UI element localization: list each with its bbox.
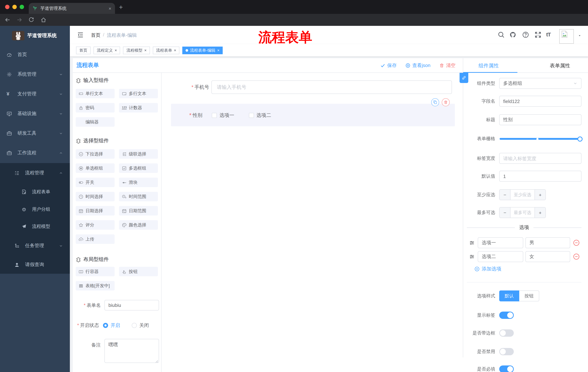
tab-close-icon[interactable]: × bbox=[109, 6, 111, 11]
stepper-minus-button[interactable]: − bbox=[500, 207, 511, 218]
min-select-input[interactable] bbox=[511, 190, 535, 200]
component-multi-text[interactable]: 多行文本 bbox=[119, 89, 158, 98]
component-type-select[interactable]: 多选框组 bbox=[499, 78, 581, 89]
required-toggle[interactable] bbox=[499, 365, 514, 372]
tag-process-definition[interactable]: 流程定义× bbox=[94, 46, 120, 54]
option1-value-input[interactable] bbox=[525, 237, 570, 248]
component-color-picker[interactable]: 颜色选择 bbox=[119, 220, 158, 230]
status-off-label[interactable]: 关闭 bbox=[139, 322, 149, 329]
stepper-plus-button[interactable]: + bbox=[535, 190, 546, 200]
sidebar-item-process-form[interactable]: 流程表单 bbox=[0, 187, 70, 197]
remove-option-icon[interactable] bbox=[573, 240, 580, 246]
tag-close-icon[interactable]: × bbox=[217, 48, 220, 52]
add-option-button[interactable]: 添加选项 bbox=[474, 266, 501, 272]
status-on-label[interactable]: 开启 bbox=[111, 322, 120, 329]
home-icon[interactable] bbox=[40, 17, 47, 23]
component-editor[interactable]: 编辑器 bbox=[76, 117, 115, 127]
component-date-picker[interactable]: 日期选择 bbox=[76, 206, 115, 215]
component-rate[interactable]: 评分 bbox=[76, 220, 115, 230]
option2-value-input[interactable] bbox=[525, 251, 570, 262]
tag-close-icon[interactable]: × bbox=[115, 48, 117, 52]
component-time-picker[interactable]: 时间选择 bbox=[76, 192, 115, 201]
component-cascader[interactable]: 级联选择 bbox=[119, 149, 158, 159]
component-date-range[interactable]: 日期范围 bbox=[119, 206, 158, 215]
component-select[interactable]: 下拉选择 bbox=[76, 149, 115, 159]
sidebar-item-leave-query[interactable]: 请假查询 bbox=[0, 260, 70, 270]
drag-handle-icon[interactable] bbox=[469, 240, 475, 246]
show-label-toggle[interactable] bbox=[499, 312, 514, 319]
form-grid-slider[interactable] bbox=[500, 133, 583, 144]
tab-form-props[interactable]: 表单属性 bbox=[550, 58, 570, 73]
fullscreen-icon[interactable] bbox=[535, 31, 541, 38]
search-icon[interactable] bbox=[498, 31, 505, 38]
window-minimize-button[interactable] bbox=[12, 5, 17, 9]
style-button-button[interactable]: 按钮 bbox=[519, 290, 539, 301]
reload-icon[interactable] bbox=[28, 17, 34, 22]
sidebar-item-process-model[interactable]: 流程模型 bbox=[0, 221, 70, 232]
component-upload[interactable]: 上传 bbox=[76, 234, 115, 244]
component-table[interactable]: 表格[开发中] bbox=[76, 281, 115, 290]
component-time-range[interactable]: 时间范围 bbox=[119, 192, 158, 201]
style-default-button[interactable]: 默认 bbox=[499, 290, 519, 301]
form-remark-textarea[interactable]: 嘿嘿 bbox=[105, 339, 159, 363]
copy-component-button[interactable] bbox=[431, 98, 439, 106]
slider-handle[interactable] bbox=[578, 136, 583, 141]
tag-close-icon[interactable]: × bbox=[174, 48, 176, 52]
link-side-tab[interactable] bbox=[460, 73, 468, 83]
github-icon[interactable] bbox=[509, 31, 516, 38]
drag-handle-icon[interactable] bbox=[469, 254, 475, 260]
stepper-minus-button[interactable]: − bbox=[500, 190, 511, 200]
view-json-button[interactable]: 查看json bbox=[405, 62, 430, 69]
tag-close-icon[interactable]: × bbox=[144, 48, 147, 52]
status-on-radio[interactable] bbox=[103, 323, 108, 328]
tag-home[interactable]: 首页 bbox=[76, 46, 91, 54]
help-icon[interactable] bbox=[522, 31, 529, 38]
sidebar-fold-icon[interactable] bbox=[77, 32, 84, 38]
sidebar-item-devtools[interactable]: 研发工具 bbox=[0, 128, 70, 138]
window-zoom-button[interactable] bbox=[20, 5, 24, 9]
form-name-input[interactable] bbox=[105, 300, 159, 310]
sidebar-item-task-manage[interactable]: 任务管理 bbox=[0, 241, 70, 251]
border-toggle[interactable] bbox=[499, 329, 514, 337]
component-radio-group[interactable]: 单选框组 bbox=[76, 163, 115, 173]
component-password[interactable]: 密码 bbox=[76, 103, 115, 112]
component-checkbox-group[interactable]: 多选框组 bbox=[119, 163, 158, 173]
component-single-text[interactable]: 单行文本 bbox=[76, 89, 115, 98]
tag-process-model[interactable]: 流程模型× bbox=[123, 46, 150, 54]
field-name-input[interactable] bbox=[499, 96, 581, 107]
tab-component-props[interactable]: 组件属性 bbox=[478, 58, 499, 73]
clear-button[interactable]: 清空 bbox=[439, 62, 456, 69]
back-icon[interactable] bbox=[4, 17, 10, 23]
new-tab-button[interactable]: + bbox=[119, 4, 123, 11]
component-button[interactable]: 按钮 bbox=[119, 267, 158, 276]
delete-component-button[interactable] bbox=[442, 98, 450, 106]
forward-icon[interactable] bbox=[16, 17, 22, 23]
selected-component-gender[interactable]: * 性别 选项一 选项二 bbox=[171, 104, 455, 126]
component-switch[interactable]: 开关 bbox=[76, 178, 115, 187]
font-size-icon[interactable]: tT bbox=[546, 31, 551, 37]
user-avatar[interactable] bbox=[559, 29, 574, 44]
component-counter[interactable]: 123计数器 bbox=[119, 103, 158, 112]
disabled-toggle[interactable] bbox=[499, 348, 514, 355]
title-input[interactable] bbox=[499, 114, 581, 125]
sidebar-item-process-manage[interactable]: 流程管理 bbox=[0, 168, 70, 178]
component-slider[interactable]: 滑块 bbox=[119, 178, 158, 187]
breadcrumb-home[interactable]: 首页 bbox=[91, 32, 100, 39]
avatar-caret-icon[interactable] bbox=[578, 34, 581, 37]
sidebar-item-user-group[interactable]: 用户分组 bbox=[0, 204, 70, 214]
form-canvas[interactable]: *手机号 * 性别 选项一 选项二 bbox=[162, 73, 463, 372]
sidebar-item-workflow[interactable]: 工作流程 bbox=[0, 148, 70, 158]
gender-option1-label[interactable]: 选项一 bbox=[220, 112, 234, 119]
sidebar-item-infra[interactable]: 基础设施 bbox=[0, 108, 70, 119]
component-row-container[interactable]: 行容器 bbox=[76, 267, 115, 276]
max-select-input[interactable] bbox=[511, 207, 535, 218]
remove-option-icon[interactable] bbox=[573, 253, 580, 260]
tag-process-form[interactable]: 流程表单× bbox=[153, 46, 179, 54]
resize-handle-icon[interactable] bbox=[155, 360, 158, 363]
slider-track[interactable] bbox=[500, 138, 583, 140]
status-off-radio[interactable] bbox=[132, 323, 137, 328]
gender-option2-checkbox[interactable] bbox=[249, 113, 254, 118]
window-close-button[interactable] bbox=[5, 5, 10, 9]
option1-label-input[interactable] bbox=[478, 237, 523, 248]
stepper-plus-button[interactable]: + bbox=[535, 207, 546, 218]
